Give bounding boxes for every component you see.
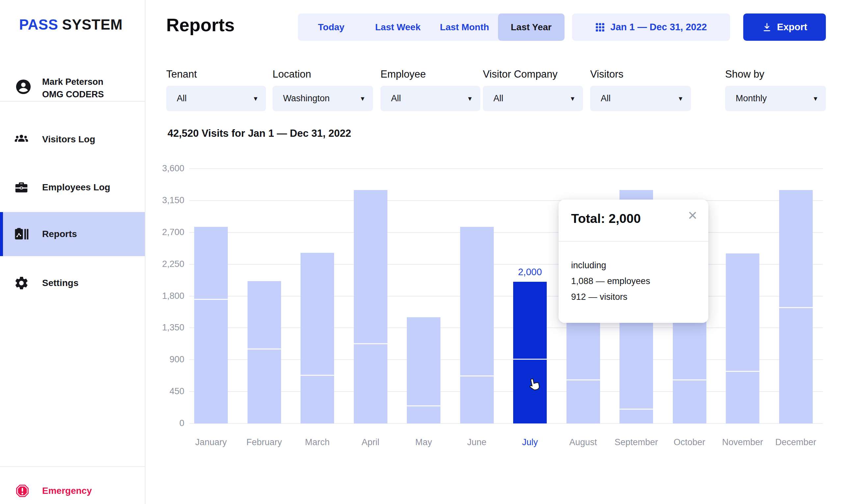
sidebar-item-employees-log[interactable]: Employees Log (0, 165, 145, 210)
filter-label: Show by (725, 68, 826, 80)
gridline-3150 (189, 200, 823, 201)
tab-last-month[interactable]: Last Month (431, 14, 498, 41)
bar-split-line (673, 379, 706, 380)
tooltip-intro: including (571, 257, 650, 273)
sidebar-item-label: Settings (42, 278, 78, 288)
filter-select-employee[interactable]: All▾ (380, 86, 480, 111)
bar-split-line (407, 406, 441, 406)
tooltip-body: including 1,088 — employees 912 — visito… (571, 257, 650, 305)
filter-value: All (391, 93, 401, 104)
bar-split-line (779, 307, 813, 308)
date-range-tabs: TodayLast WeekLast MonthLast Year (298, 14, 565, 41)
filter-select-visitors[interactable]: All▾ (590, 86, 691, 111)
bar-split-line (619, 409, 653, 410)
logo-pass: PASS (19, 16, 58, 33)
bar-split-line (247, 348, 281, 349)
y-axis-tick: 900 (138, 355, 184, 365)
date-range-picker[interactable]: Jan 1 — Dec 31, 2022 (572, 14, 730, 41)
filter-select-tenant[interactable]: All▾ (166, 86, 266, 111)
bar-split-line (460, 375, 494, 376)
emergency-divider (0, 466, 145, 467)
y-axis-tick: 0 (138, 418, 184, 428)
tab-last-week[interactable]: Last Week (365, 14, 431, 41)
filter-label: Employee (380, 68, 480, 80)
briefcase-icon (14, 180, 29, 195)
filter-visitor-company: Visitor CompanyAll▾ (483, 68, 583, 111)
filter-visitors: VisitorsAll▾ (590, 68, 691, 111)
x-axis-label-december: December (760, 437, 832, 447)
sidebar-item-label: Employees Log (42, 182, 110, 193)
y-axis-tick: 2,700 (138, 227, 184, 237)
user-name: Mark Peterson (42, 77, 103, 87)
page-title: Reports (166, 15, 235, 36)
sidebar-item-visitors-log[interactable]: Visitors Log (0, 118, 145, 161)
filter-value: Washington (283, 93, 330, 104)
sidebar-item-reports[interactable]: Reports (0, 212, 145, 256)
tab-last-year[interactable]: Last Year (498, 14, 565, 41)
filter-select-visitor-company[interactable]: All▾ (483, 86, 583, 111)
app-window: PASSSYSTEM Mark Peterson OMG CODERS Visi… (0, 0, 841, 504)
gridline-2700 (189, 232, 823, 233)
bar-november[interactable] (726, 253, 759, 424)
sidebar-divider (0, 101, 145, 102)
tab-today[interactable]: Today (298, 14, 365, 41)
date-range-text: Jan 1 — Dec 31, 2022 (610, 22, 707, 33)
bar-split-line (566, 379, 600, 380)
sidebar: PASSSYSTEM Mark Peterson OMG CODERS Visi… (0, 0, 145, 504)
filter-select-show-by[interactable]: Monthly▾ (725, 86, 826, 111)
filter-label: Tenant (166, 68, 266, 80)
bar-split-line (354, 343, 388, 344)
bar-march[interactable] (301, 253, 334, 424)
sidebar-item-settings[interactable]: Settings (0, 261, 145, 305)
filter-value: All (493, 93, 503, 104)
user-company: OMG CODERS (42, 89, 104, 100)
bar-february[interactable] (247, 281, 281, 424)
bar-tooltip: Total: 2,000 × including 1,088 — employe… (559, 200, 708, 323)
filter-label: Visitors (590, 68, 691, 80)
tooltip-line-employees: 1,088 — employees (571, 273, 650, 289)
chevron-down-icon: ▾ (814, 94, 817, 103)
chart-title: 42,520 Visits for Jan 1 — Dec 31, 2022 (168, 128, 351, 139)
bar-july[interactable] (513, 282, 547, 424)
filter-employee: EmployeeAll▾ (380, 68, 480, 111)
filter-tenant: TenantAll▾ (166, 68, 266, 111)
filter-value: All (601, 93, 611, 104)
bar-split-line (301, 375, 334, 376)
download-icon (762, 22, 772, 32)
sidebar-item-emergency[interactable]: Emergency (0, 476, 145, 504)
tooltip-title: Total: 2,000 (571, 211, 641, 226)
bar-may[interactable] (407, 317, 441, 424)
bar-december[interactable] (779, 190, 813, 424)
filter-label: Visitor Company (483, 68, 583, 80)
gear-icon (14, 275, 29, 291)
filter-value: Monthly (736, 93, 767, 104)
bar-january[interactable] (194, 227, 228, 424)
filter-select-location[interactable]: Washington▾ (273, 86, 373, 111)
highlighted-bar-value: 2,000 (494, 267, 566, 277)
chevron-down-icon: ▾ (679, 94, 682, 103)
gridline-3600 (189, 168, 823, 169)
bar-april[interactable] (354, 190, 388, 424)
sidebar-item-label: Reports (42, 229, 77, 239)
bar-split-line (194, 299, 228, 300)
filter-show-by: Show byMonthly▾ (725, 68, 826, 111)
filter-location: LocationWashington▾ (273, 68, 373, 111)
export-label: Export (777, 22, 807, 33)
logo-system: SYSTEM (62, 16, 123, 33)
emergency-label: Emergency (42, 486, 92, 496)
user-profile[interactable]: Mark Peterson OMG CODERS (0, 75, 145, 101)
chevron-down-icon: ▾ (468, 94, 472, 103)
hand-cursor-icon (526, 375, 544, 394)
export-button[interactable]: Export (743, 14, 826, 41)
report-clipboard-icon (14, 227, 29, 242)
y-axis-tick: 1,800 (138, 291, 184, 301)
sidebar-item-label: Visitors Log (42, 134, 95, 145)
close-icon[interactable]: × (688, 208, 697, 223)
filter-label: Location (273, 68, 373, 80)
chevron-down-icon: ▾ (361, 94, 364, 103)
tooltip-line-visitors: 912 — visitors (571, 289, 650, 305)
avatar-icon (15, 78, 32, 95)
filter-value: All (177, 93, 187, 104)
bar-june[interactable] (460, 227, 494, 424)
app-logo: PASSSYSTEM (19, 16, 122, 33)
